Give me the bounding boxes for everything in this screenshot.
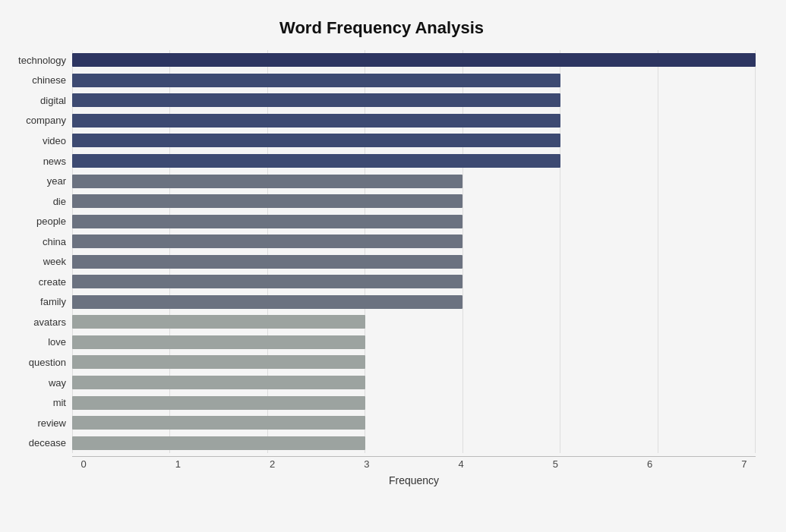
x-tick-label: 2 bbox=[261, 458, 284, 470]
bar bbox=[72, 235, 462, 248]
bar-row bbox=[72, 153, 756, 168]
bar bbox=[72, 134, 560, 147]
bar-row bbox=[72, 335, 756, 350]
y-label: company bbox=[8, 115, 66, 125]
y-label: video bbox=[8, 136, 66, 146]
chart-title: Word Frequency Analysis bbox=[8, 15, 756, 38]
bar bbox=[72, 376, 365, 389]
y-label: avatars bbox=[8, 317, 66, 327]
bar bbox=[72, 355, 365, 369]
bar bbox=[72, 154, 560, 168]
bar bbox=[72, 194, 462, 208]
y-label: die bbox=[8, 197, 66, 206]
y-label: digital bbox=[8, 96, 66, 105]
y-label: chinese bbox=[8, 75, 66, 85]
bar-row bbox=[72, 194, 756, 209]
bar-row bbox=[72, 174, 756, 189]
bar bbox=[72, 114, 560, 127]
bar-row bbox=[72, 52, 756, 68]
bar-row bbox=[72, 415, 756, 430]
bar bbox=[72, 255, 462, 269]
y-label: people bbox=[8, 216, 66, 226]
bars-wrapper bbox=[72, 50, 756, 453]
bar bbox=[72, 175, 462, 188]
y-label: create bbox=[8, 277, 66, 287]
y-label: way bbox=[8, 378, 66, 388]
bar-row bbox=[72, 375, 756, 390]
y-label: love bbox=[8, 337, 66, 347]
x-tick-label: 1 bbox=[166, 458, 189, 470]
x-axis-section: 01234567 Frequency bbox=[72, 456, 756, 486]
bar-row bbox=[72, 214, 756, 229]
bar bbox=[72, 436, 365, 450]
bar-row bbox=[72, 274, 756, 289]
bar-row bbox=[72, 294, 756, 310]
bar-row bbox=[72, 93, 756, 108]
y-label: family bbox=[8, 297, 66, 307]
bar bbox=[72, 53, 756, 67]
bar bbox=[72, 416, 365, 430]
bar-row bbox=[72, 395, 756, 411]
bar bbox=[72, 396, 365, 410]
y-labels: technologychinesedigitalcompanyvideonews… bbox=[8, 50, 72, 453]
bar bbox=[72, 74, 560, 87]
chart-container: Word Frequency Analysis technologychines… bbox=[0, 0, 786, 532]
y-label: year bbox=[8, 176, 66, 186]
bar-row bbox=[72, 314, 756, 329]
y-label: china bbox=[8, 237, 66, 247]
bar bbox=[72, 335, 365, 349]
bar bbox=[72, 295, 462, 309]
x-axis-label: Frequency bbox=[72, 474, 756, 486]
bar bbox=[72, 93, 560, 107]
y-label: news bbox=[8, 156, 66, 166]
bar-row bbox=[72, 354, 756, 370]
bars-section: technologychinesedigitalcompanyvideonews… bbox=[8, 50, 756, 453]
y-label: week bbox=[8, 257, 66, 266]
x-tick-label: 4 bbox=[450, 458, 472, 470]
bar-row bbox=[72, 133, 756, 148]
bar-row bbox=[72, 436, 756, 451]
bar-row bbox=[72, 254, 756, 269]
y-label: mit bbox=[8, 398, 66, 408]
y-label: decease bbox=[8, 438, 66, 448]
y-label: technology bbox=[8, 55, 66, 65]
x-tick-label: 5 bbox=[544, 458, 567, 470]
x-tick-label: 6 bbox=[639, 458, 661, 470]
chart-area: technologychinesedigitalcompanyvideonews… bbox=[8, 50, 756, 486]
axis-line bbox=[72, 456, 756, 457]
bar bbox=[72, 315, 365, 329]
x-tick-label: 0 bbox=[72, 458, 95, 470]
bar bbox=[72, 215, 462, 228]
bars-and-grid bbox=[72, 50, 756, 453]
bar-row bbox=[72, 113, 756, 128]
x-tick-label: 7 bbox=[733, 458, 756, 470]
y-label: review bbox=[8, 418, 66, 428]
y-label: question bbox=[8, 357, 66, 367]
x-tick-label: 3 bbox=[355, 458, 378, 470]
x-tick-labels: 01234567 bbox=[72, 458, 756, 470]
bar-row bbox=[72, 73, 756, 88]
bar-row bbox=[72, 234, 756, 249]
bar bbox=[72, 275, 462, 288]
